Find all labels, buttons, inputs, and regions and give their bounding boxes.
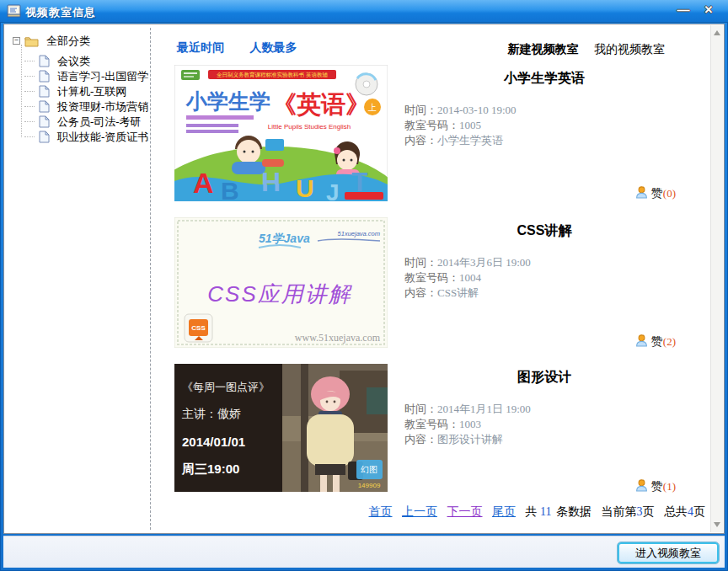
- pagination-total-prefix: 共: [526, 505, 538, 518]
- pagination-pages-suffix: 页: [693, 505, 705, 518]
- svg-text:CSS: CSS: [191, 324, 206, 332]
- pagination-current-prefix: 当前第: [602, 505, 637, 518]
- room-number-value: 1005: [459, 119, 481, 131]
- sidebar-item-investment[interactable]: 投资理财-市场营销: [24, 99, 148, 114]
- svg-text:A: A: [193, 167, 214, 199]
- vertical-scrollbar[interactable]: [710, 25, 723, 532]
- time-label: 时间：: [404, 403, 437, 415]
- room-info: CSS讲解 时间：2014年3月6日 19:00 教室号码：1004 内容：CS…: [404, 217, 684, 301]
- folder-icon: [24, 35, 39, 47]
- enter-classroom-button[interactable]: 进入视频教室: [618, 542, 719, 563]
- document-icon: [39, 85, 50, 98]
- sidebar-item-label: 会议类: [57, 55, 90, 67]
- room-thumbnail[interactable]: 51学Java 51xuejava.com CSS应用讲解 CSS www.51…: [174, 217, 388, 348]
- svg-text:《每周一图点评》: 《每周一图点评》: [182, 381, 270, 393]
- room-card: 51学Java 51xuejava.com CSS应用讲解 CSS www.51…: [174, 217, 707, 362]
- pagination-current-page: 3: [637, 505, 643, 518]
- person-icon: [635, 186, 648, 199]
- like-count: (1): [663, 480, 676, 493]
- like-label: 赞: [651, 187, 663, 200]
- document-icon: [39, 131, 50, 143]
- sidebar-item-label: 公务员-司法-考研: [57, 115, 142, 128]
- room-title: 图形设计: [404, 369, 684, 387]
- pagination-next-link[interactable]: 下一页: [447, 505, 483, 518]
- sort-by-popular-link[interactable]: 人数最多: [249, 41, 297, 54]
- sidebar-item-label: 计算机-互联网: [57, 85, 126, 98]
- room-number-value: 1003: [459, 418, 481, 430]
- like-count: (2): [663, 335, 676, 348]
- app-window: 视频教室信息 — ✕ − 全部分类 会议类: [0, 0, 728, 571]
- pagination-current-suffix: 页: [643, 505, 655, 518]
- room-title: 小学生学英语: [404, 70, 684, 88]
- sidebar-item-meeting[interactable]: 会议类: [24, 53, 90, 68]
- pagination-total-suffix: 条数据: [556, 505, 592, 518]
- svg-text:主讲：傲娇: 主讲：傲娇: [182, 407, 241, 420]
- sidebar-item-civil-service[interactable]: 公务员-司法-考研: [24, 114, 142, 129]
- footer-bar: 进入视频教室: [3, 536, 725, 568]
- tree-root-all-categories[interactable]: − 全部分类: [13, 33, 90, 48]
- svg-text:www.51xuejava.com: www.51xuejava.com: [295, 332, 381, 344]
- like-count: (0): [663, 187, 676, 200]
- sidebar-item-computer[interactable]: 计算机-互联网: [24, 83, 126, 99]
- room-info: 小学生学英语 时间：2014-03-10 19:00 教室号码：1005 内容：…: [404, 65, 684, 148]
- pagination-last-link[interactable]: 尾页: [492, 505, 516, 518]
- person-icon: [635, 334, 648, 347]
- tree-root-label: 全部分类: [46, 35, 90, 47]
- sort-by-recent-link[interactable]: 最近时间: [177, 41, 224, 54]
- tree-stub: [24, 136, 35, 137]
- svg-text:全日制义务教育课程标准实验教科书 英语教辅: 全日制义务教育课程标准实验教科书 英语教辅: [217, 72, 328, 78]
- room-details: 时间：2014年1月1日 19:00 教室号码：1003 内容：图形设计讲解: [404, 402, 684, 447]
- design-lecture-cover: 《每周一图点评》 主讲：傲娇 2014/01/01 周三19:00: [174, 364, 388, 492]
- sidebar-item-language[interactable]: 语言学习-出国留学: [24, 68, 148, 83]
- like-button[interactable]: 赞(2): [635, 334, 676, 350]
- sidebar-item-label: 语言学习-出国留学: [57, 70, 148, 83]
- svg-text:51学Java: 51学Java: [259, 232, 310, 245]
- my-rooms-link[interactable]: 我的视频教室: [594, 43, 665, 56]
- time-value: 2014年3月6日 19:00: [437, 256, 531, 269]
- svg-text:U: U: [296, 174, 314, 201]
- svg-text:小学生学: 小学生学: [185, 89, 270, 113]
- content-value: 小学生学英语: [437, 134, 503, 147]
- content-label: 内容：: [404, 286, 437, 299]
- app-icon: [7, 4, 21, 19]
- scroll-down-icon[interactable]: [714, 522, 720, 527]
- pagination-pages-prefix: 总共: [664, 505, 688, 518]
- window-title: 视频教室信息: [25, 5, 96, 20]
- sidebar-item-vocational[interactable]: 职业技能-资质证书: [24, 129, 148, 144]
- new-room-link[interactable]: 新建视频教室: [508, 43, 579, 56]
- pagination-first-link[interactable]: 首页: [369, 505, 393, 518]
- tree-stub: [24, 91, 35, 92]
- scroll-up-icon[interactable]: [714, 30, 720, 35]
- room-number-label: 教室号码：: [404, 119, 459, 131]
- pagination-total-count: 11: [540, 505, 551, 518]
- svg-text:CSS应用讲解: CSS应用讲解: [207, 281, 352, 307]
- sidebar-divider: [150, 28, 151, 530]
- sidebar-item-label: 职业技能-资质证书: [57, 131, 148, 143]
- tree-stub: [24, 61, 35, 61]
- room-card: 全日制义务教育课程标准实验教科书 英语教辅 小学生学 《英语》 上 Little…: [174, 65, 707, 213]
- room-thumbnail[interactable]: 《每周一图点评》 主讲：傲娇 2014/01/01 周三19:00: [174, 364, 388, 492]
- document-icon: [39, 115, 50, 128]
- svg-text:2014/01/01: 2014/01/01: [182, 435, 245, 449]
- room-title: CSS讲解: [404, 222, 684, 240]
- room-info: 图形设计 时间：2014年1月1日 19:00 教室号码：1003 内容：图形设…: [404, 364, 684, 447]
- like-button[interactable]: 赞(1): [635, 478, 676, 494]
- time-label: 时间：: [404, 104, 437, 116]
- tree-connector-line: [21, 45, 22, 137]
- close-button[interactable]: ✕: [699, 3, 718, 18]
- time-value: 2014年1月1日 19:00: [437, 403, 531, 415]
- pagination-prev-link[interactable]: 上一页: [402, 505, 437, 518]
- pagination: 首页 上一页 下一页 尾页 共 11 条数据 当前第3页 总共4页: [362, 504, 705, 520]
- time-value: 2014-03-10 19:00: [437, 104, 517, 116]
- svg-text:上: 上: [367, 103, 377, 112]
- tree-stub: [24, 121, 35, 122]
- tree-collapse-icon[interactable]: −: [13, 37, 20, 45]
- svg-text:J: J: [326, 179, 340, 201]
- account-links: 新建视频教室 我的视频教室: [496, 41, 665, 57]
- room-details: 时间：2014-03-10 19:00 教室号码：1005 内容：小学生学英语: [404, 103, 684, 148]
- minimize-button[interactable]: —: [674, 3, 693, 18]
- room-number-label: 教室号码：: [404, 271, 459, 284]
- like-button[interactable]: 赞(0): [635, 185, 676, 201]
- content-value: 图形设计讲解: [437, 433, 503, 446]
- room-thumbnail[interactable]: 全日制义务教育课程标准实验教科书 英语教辅 小学生学 《英语》 上 Little…: [174, 65, 388, 201]
